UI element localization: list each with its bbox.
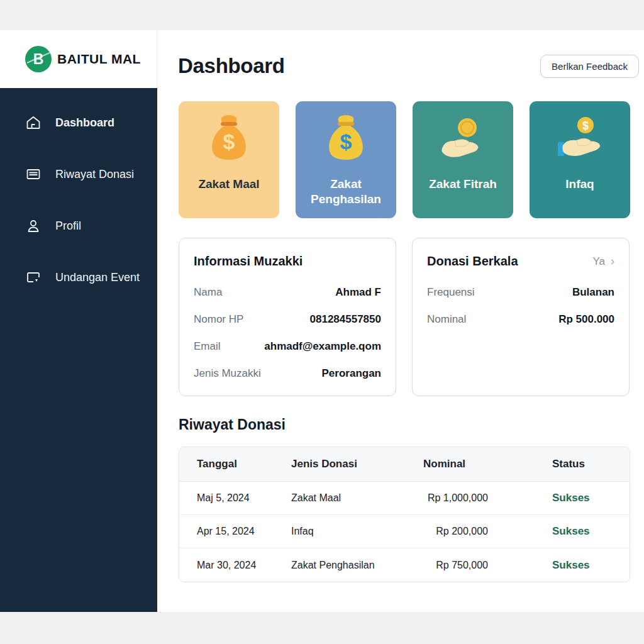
feedback-button[interactable]: Berlkan Feedback xyxy=(540,55,639,78)
column-header-nominal: Nominal xyxy=(406,458,488,470)
cell-nominal: Rp 1,000,000 xyxy=(406,492,488,504)
sidebar-item-label: Undangan Event xyxy=(55,271,140,284)
field-value: 081284557850 xyxy=(310,313,381,326)
page-title: Dashboard xyxy=(178,54,285,78)
sidebar: B BAITUL MAL Dashboard Riwayat Donasi xyxy=(0,30,157,612)
donasi-berkala-card: Donasi Berkala Ya › Frequensi Bulanan No… xyxy=(412,238,630,396)
cell-tanggal: Mar 30, 2024 xyxy=(197,560,291,571)
status-badge: Sukses xyxy=(488,492,630,504)
sidebar-item-dashboard[interactable]: Dashboard xyxy=(0,97,157,148)
card-infaq[interactable]: $ Infaq xyxy=(530,101,630,218)
chevron-right-icon: › xyxy=(611,255,614,268)
sidebar-item-undangan-event[interactable]: Undangan Event xyxy=(0,252,157,303)
field-label: Frequensi xyxy=(427,286,475,299)
field-nominal: Nominal Rp 500.000 xyxy=(427,306,614,333)
user-icon xyxy=(25,218,42,234)
sidebar-item-riwayat-donasi[interactable]: Riwayat Donasi xyxy=(0,148,157,200)
sidebar-item-profil[interactable]: Profil xyxy=(0,200,157,252)
app-window: B BAITUL MAL Dashboard Riwayat Donasi xyxy=(0,30,644,612)
field-nomor-hp: Nomor HP 081284557850 xyxy=(194,306,381,333)
home-icon xyxy=(25,114,42,131)
column-header-jenis-donasi: Jenis Donasi xyxy=(291,458,406,470)
money-bag-icon: $ xyxy=(320,109,372,173)
sidebar-item-label: Riwayat Donasi xyxy=(55,168,134,181)
info-cards-row: Informasi Muzakki Nama Ahmad F Nomor HP … xyxy=(179,238,630,396)
field-label: Nominal xyxy=(427,313,466,326)
svg-text:B: B xyxy=(33,51,44,67)
field-jenis-muzakki: Jenis Muzakki Perorangan xyxy=(194,360,381,387)
berkala-toggle[interactable]: Ya › xyxy=(592,255,614,268)
cell-jenis-donasi: Infaq xyxy=(291,526,406,537)
svg-text:$: $ xyxy=(582,119,589,132)
field-label: Nomor HP xyxy=(194,313,243,326)
cell-jenis-donasi: Zakat Penghasilan xyxy=(291,560,406,571)
field-frequensi: Frequensi Bulanan xyxy=(427,279,614,306)
brand-logo-icon: B xyxy=(25,46,52,72)
table-row: Mar 30, 2024 Zakat Penghasilan Rp 750,00… xyxy=(179,548,630,582)
cell-tanggal: Apr 15, 2024 xyxy=(197,526,291,537)
field-value: Rp 500.000 xyxy=(558,313,614,326)
cell-tanggal: Maj 5, 2024 xyxy=(197,492,291,504)
field-value: Perorangan xyxy=(322,367,381,380)
muzakki-card-title: Informasi Muzakki xyxy=(194,254,303,269)
field-nama: Nama Ahmad F xyxy=(194,279,381,306)
card-zakat-penghasilan[interactable]: $ Zakat Penghasilan xyxy=(296,101,396,218)
table-row: Apr 15, 2024 Infaq Rp 200,000 Sukses xyxy=(179,515,630,548)
history-section-title: Riwayat Donasi xyxy=(179,416,286,433)
berkala-card-title: Donasi Berkala xyxy=(427,254,518,269)
event-icon xyxy=(25,269,42,286)
sidebar-item-label: Dashboard xyxy=(55,116,114,130)
main-content: Dashboard Berlkan Feedback $ Zakat Maal xyxy=(157,30,644,612)
hand-coin-icon: $ xyxy=(553,109,607,173)
svg-text:$: $ xyxy=(340,130,352,153)
brand-name: BAITUL MAL xyxy=(57,52,141,67)
status-badge: Sukses xyxy=(488,525,630,538)
brand-logo: B BAITUL MAL xyxy=(0,30,157,88)
status-badge: Sukses xyxy=(488,559,630,572)
hand-coin-icon xyxy=(436,109,490,173)
money-bag-icon: $ xyxy=(203,109,255,173)
donation-history-table: Tanggal Jenis Donasi Nominal Status Maj … xyxy=(179,447,630,582)
field-label: Jenis Muzakki xyxy=(194,367,261,380)
column-header-status: Status xyxy=(488,458,630,470)
list-icon xyxy=(25,166,42,182)
column-header-tanggal: Tanggal xyxy=(197,458,291,470)
field-value: ahmadf@example.qom xyxy=(264,340,381,353)
field-label: Email xyxy=(194,340,221,353)
table-row: Maj 5, 2024 Zakat Maal Rp 1,000,000 Suks… xyxy=(179,482,630,515)
field-value: Bulanan xyxy=(572,286,614,299)
cell-nominal: Rp 200,000 xyxy=(406,526,488,537)
card-zakat-fitrah[interactable]: Zakat Fitrah xyxy=(413,101,513,218)
field-email: Email ahmadf@example.qom xyxy=(194,333,381,360)
zakat-card-label: Infaq xyxy=(562,177,597,192)
svg-text:$: $ xyxy=(223,130,235,153)
card-zakat-maal[interactable]: $ Zakat Maal xyxy=(179,101,279,218)
field-label: Nama xyxy=(194,286,222,299)
sidebar-nav: Dashboard Riwayat Donasi Profil xyxy=(0,88,157,612)
berkala-toggle-value: Ya xyxy=(592,255,605,268)
table-header-row: Tanggal Jenis Donasi Nominal Status xyxy=(179,447,630,482)
cell-jenis-donasi: Zakat Maal xyxy=(291,492,406,504)
sidebar-item-label: Profil xyxy=(55,219,81,233)
zakat-cards-row: $ Zakat Maal $ Zakat Penghasilan xyxy=(179,101,630,218)
muzakki-info-card: Informasi Muzakki Nama Ahmad F Nomor HP … xyxy=(179,238,396,396)
zakat-card-label: Zakat Penghasilan xyxy=(296,177,396,208)
zakat-card-label: Zakat Fitrah xyxy=(425,177,501,192)
field-value: Ahmad F xyxy=(335,286,381,299)
zakat-card-label: Zakat Maal xyxy=(194,177,263,192)
cell-nominal: Rp 750,000 xyxy=(406,560,488,571)
